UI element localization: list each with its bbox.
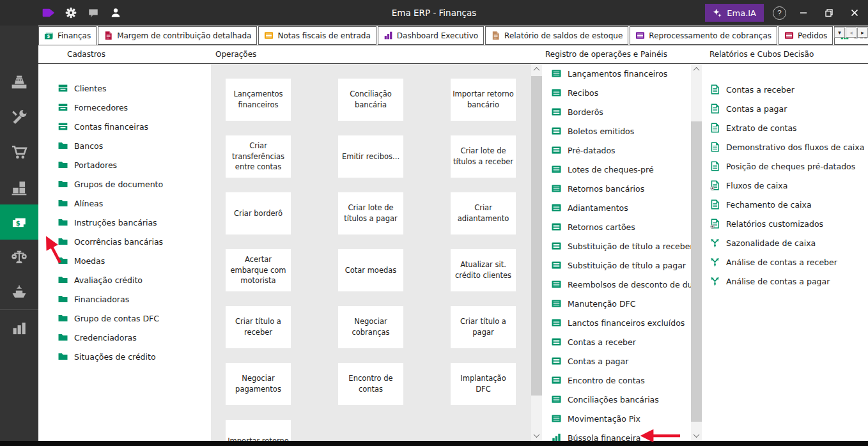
sidebar-module-item[interactable] [0, 64, 38, 99]
cadastros-item[interactable]: Instruções bancárias [58, 213, 211, 232]
operacao-button[interactable]: Implantação DFC [451, 363, 516, 405]
relatorios-item[interactable]: Análise de contas a receber [709, 252, 868, 272]
operacao-button[interactable]: Criar lote de títulos a pagar [338, 192, 403, 235]
operacoes-scrollbar[interactable] [531, 64, 542, 441]
operacao-button[interactable]: Criar título a receber [226, 306, 291, 348]
operacao-button[interactable]: Emitir recibos... [338, 135, 403, 178]
relatorios-item[interactable]: Sazonalidade de caixa [709, 233, 868, 252]
registro-scrollbar[interactable] [691, 64, 702, 441]
tab[interactable]: Relatório de saldos de estoque [485, 26, 628, 45]
operacao-button[interactable]: Importar retorno bancário [451, 79, 516, 121]
tab[interactable]: $ Finanças [38, 26, 97, 45]
registro-item-label: Adiantamentos [568, 203, 628, 213]
folder-icon [58, 351, 68, 362]
tab[interactable]: Notas fiscais de entrada [258, 26, 376, 45]
tab[interactable]: Pedidos [779, 26, 833, 45]
registro-item[interactable]: Recibos [551, 83, 702, 102]
registro-scroll-thumb[interactable] [691, 121, 702, 422]
operacao-button[interactable]: Conciliação bancária [338, 79, 403, 121]
relatorios-item[interactable]: Contas a pagar [709, 99, 868, 118]
relatorios-item[interactable]: Fechamento de caixa [709, 195, 868, 214]
cadastros-item[interactable]: Contas financeiras [58, 117, 211, 136]
registro-item[interactable]: Contas a pagar [551, 351, 702, 371]
registro-item[interactable]: Borderôs [551, 102, 702, 121]
registro-item[interactable]: Conciliações bancárias [551, 390, 702, 409]
cadastros-item[interactable]: Grupos de documento [58, 174, 211, 194]
operacao-button[interactable]: Acertar embarque com motorista [226, 249, 291, 291]
scroll-up-icon[interactable] [531, 64, 542, 75]
operacao-button[interactable]: Negociar cobranças [338, 306, 403, 348]
sidebar-module-item[interactable] [0, 134, 38, 169]
registro-item[interactable]: Encontro de contas [551, 371, 702, 390]
close-button[interactable] [846, 4, 863, 21]
operacao-button[interactable]: Criar adiantamento [451, 192, 516, 235]
registro-item[interactable]: Contas a receber [551, 332, 702, 351]
registro-item[interactable]: Manutenção DFC [551, 294, 702, 313]
operacao-button[interactable]: Criar lote de títulos a receber [451, 135, 516, 178]
tab[interactable]: Reprocessamento de cobranças [630, 26, 777, 45]
restore-button[interactable] [821, 4, 837, 21]
cadastros-item[interactable]: Ocorrências bancárias [58, 232, 211, 251]
relatorios-item[interactable]: Fluxos de caixa [709, 176, 868, 195]
registro-item[interactable]: Boletos emitidos [551, 121, 702, 141]
registro-item[interactable]: Adiantamentos [551, 198, 702, 217]
registro-item[interactable]: Bússola financeira [551, 428, 702, 441]
scroll-down-icon[interactable] [691, 430, 702, 441]
scroll-up-icon[interactable] [691, 64, 702, 75]
registro-item[interactable]: Movimentação Pix [551, 409, 702, 428]
operacao-button[interactable]: Negociar pagamentos [226, 363, 291, 405]
registro-item[interactable]: Retornos bancários [551, 179, 702, 198]
sidebar-module-item[interactable] [0, 169, 38, 204]
relatorios-item[interactable]: Contas a receber [709, 80, 868, 99]
tab[interactable]: Margem de contribuição detalhada [98, 26, 257, 45]
operacao-button[interactable]: Lançamentos financeiros [226, 79, 291, 121]
relatorios-item[interactable]: Análise de contas a pagar [709, 272, 868, 291]
sidebar-module-item[interactable] [0, 99, 38, 134]
cadastros-item[interactable]: Credenciadoras [58, 328, 211, 347]
operacao-button[interactable]: Criar título a pagar [451, 306, 516, 348]
minimize-button[interactable] [795, 4, 812, 21]
cadastros-item[interactable]: Financiadoras [58, 289, 211, 309]
registro-item[interactable]: Substituição de título a receber [551, 236, 702, 256]
cadastros-item[interactable]: Situações de crédito [58, 347, 211, 366]
cadastros-item[interactable]: Avaliação crédito [58, 270, 211, 289]
operacao-button[interactable]: Criar borderô [226, 192, 291, 235]
cadastros-item[interactable]: Moedas [58, 251, 211, 270]
registro-item[interactable]: Reembolsos de desconto de du... [551, 275, 702, 294]
tab-label: Notas fiscais de entrada [277, 31, 370, 40]
cadastros-item[interactable]: Bancos [58, 136, 211, 155]
registro-item[interactable]: Pré-datados [551, 141, 702, 160]
registro-item[interactable]: Substituição de título a pagar [551, 256, 702, 275]
help-button[interactable]: ? [773, 6, 786, 20]
operacao-button[interactable]: Importar retorno [226, 420, 291, 441]
operacao-button[interactable]: Atualizar sit. crédito clientes [451, 249, 516, 291]
cadastros-item[interactable]: Portadores [58, 155, 211, 174]
cadastros-item[interactable]: Grupo de contas DFC [58, 309, 211, 328]
ema-ia-button[interactable]: Ema.IA [705, 4, 764, 22]
relatorios-item[interactable]: Demonstrativo dos fluxos de caixa [709, 137, 868, 157]
relatorios-item[interactable]: Extrato de contas [709, 118, 868, 137]
relatorios-item[interactable]: Posição de cheques pré-datados [709, 157, 868, 176]
cadastros-item[interactable]: Clientes [58, 79, 211, 98]
sidebar-module-item[interactable] [0, 310, 38, 345]
tab-scroll-right-button[interactable]: ▸ [857, 27, 868, 38]
registro-item[interactable]: Lotes de cheques-pré [551, 160, 702, 179]
sidebar-module-item[interactable]: $ [0, 204, 38, 240]
tab[interactable]: Dashboard Executivo [378, 26, 484, 45]
registro-item[interactable]: Lanctos financeiros excluídos [551, 313, 702, 332]
sidebar-module-item[interactable] [0, 240, 38, 275]
tab-dropdown-button[interactable]: ▾ [834, 27, 845, 38]
registro-item[interactable]: Lançamentos financeiros [551, 64, 702, 83]
operacao-button[interactable]: Criar transferências entre contas [226, 135, 291, 178]
scroll-down-icon[interactable] [531, 430, 542, 441]
tab-scroll-left-button[interactable]: ◂ [846, 27, 856, 38]
registro-item[interactable]: Retornos cartões [551, 217, 702, 236]
cadastros-item-label: Moedas [74, 256, 105, 266]
operacao-button[interactable]: Encontro de contas [338, 363, 403, 405]
operacao-button[interactable]: Cotar moedas [338, 249, 403, 291]
sidebar-module-item[interactable] [0, 275, 38, 310]
cadastros-item[interactable]: Alíneas [58, 194, 211, 213]
cadastros-item[interactable]: Fornecedores [58, 98, 211, 117]
operacoes-scroll-thumb[interactable] [531, 76, 542, 396]
relatorios-item[interactable]: Relatórios customizados [709, 214, 868, 233]
